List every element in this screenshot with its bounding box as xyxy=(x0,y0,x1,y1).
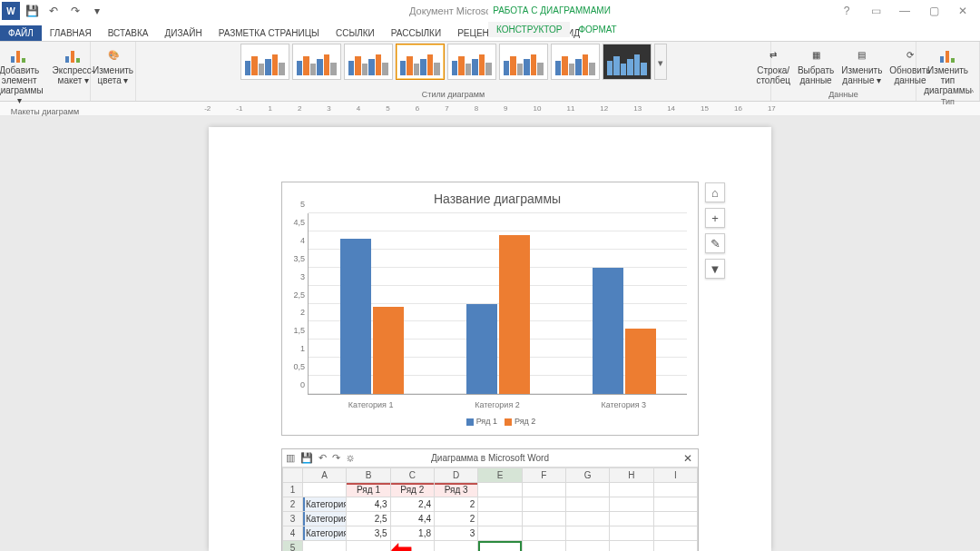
tab-layout[interactable]: РАЗМЕТКА СТРАНИЦЫ xyxy=(211,25,328,41)
chart-bar[interactable] xyxy=(625,329,656,394)
col-header[interactable]: A xyxy=(303,468,347,483)
tab-chart-format[interactable]: ФОРМАТ xyxy=(570,22,624,37)
redo-icon[interactable]: ↷ xyxy=(65,1,85,21)
grid-cell[interactable]: Категория 1 xyxy=(303,497,347,512)
grid-cell[interactable] xyxy=(565,512,609,526)
grid-cell[interactable] xyxy=(565,526,609,541)
col-header[interactable]: H xyxy=(610,468,653,483)
switch-row-col-button[interactable]: ⇄Строка/ столбец xyxy=(753,44,793,86)
chart-style-thumb[interactable] xyxy=(344,44,393,80)
chart-title[interactable]: Название диаграммы xyxy=(308,192,687,206)
chart-filters-button[interactable]: ▼ xyxy=(705,259,725,279)
change-colors-button[interactable]: 🎨Изменить цвета ▾ xyxy=(90,44,136,86)
grid-cell[interactable] xyxy=(303,483,347,497)
grid-cell[interactable] xyxy=(610,512,653,526)
close-icon[interactable]: ✕ xyxy=(949,5,976,17)
grid-cell[interactable] xyxy=(522,541,565,552)
save-icon[interactable]: 💾 xyxy=(22,1,42,21)
chart-style-thumb[interactable] xyxy=(447,44,496,80)
chart-bar[interactable] xyxy=(373,307,404,394)
grid-cell[interactable] xyxy=(478,497,522,512)
grid-cell[interactable]: 3 xyxy=(434,526,477,541)
chart-style-thumb[interactable] xyxy=(396,44,445,80)
minimize-icon[interactable]: — xyxy=(891,5,918,17)
chart-object[interactable]: Название диаграммы 00,511,522,533,544,55… xyxy=(281,182,699,436)
row-header[interactable]: 3 xyxy=(283,512,303,526)
row-header[interactable]: 1 xyxy=(283,483,303,497)
grid-cell[interactable]: Категория 2 xyxy=(303,512,347,526)
grid-cell[interactable] xyxy=(303,541,347,552)
grid-cell[interactable] xyxy=(610,526,653,541)
grid-cell[interactable]: Категория 3 xyxy=(303,526,347,541)
grid-cell[interactable] xyxy=(478,483,522,497)
grid-cell[interactable] xyxy=(565,541,609,552)
grid-cell[interactable] xyxy=(610,497,653,512)
grid-cell[interactable] xyxy=(653,483,697,497)
chart-styles-gallery[interactable]: ▾ xyxy=(240,44,667,80)
chart-styles-button[interactable]: ✎ xyxy=(705,233,725,253)
styles-more-button[interactable]: ▾ xyxy=(654,44,667,80)
grid-cell[interactable] xyxy=(610,541,653,552)
grid-cell[interactable]: 4,4 xyxy=(390,512,434,526)
grid-cell[interactable] xyxy=(565,483,609,497)
col-header[interactable]: D xyxy=(434,468,477,483)
col-header[interactable]: G xyxy=(565,468,609,483)
grid-cell[interactable]: 4,3 xyxy=(347,497,390,512)
sheet-redo-icon[interactable]: ↷ xyxy=(332,452,340,464)
data-grid[interactable]: ABCDEFGHI1Ряд 1Ряд 2Ряд 32Категория 14,3… xyxy=(282,467,698,551)
tab-references[interactable]: ССЫЛКИ xyxy=(328,25,383,41)
grid-cell[interactable] xyxy=(653,512,697,526)
edit-data-button[interactable]: ▤Изменить данные ▾ xyxy=(838,44,885,86)
sheet-undo-icon[interactable]: ↶ xyxy=(318,452,327,464)
add-chart-element-button[interactable]: Добавить элемент диаграммы ▾ xyxy=(0,44,46,106)
grid-cell[interactable] xyxy=(653,497,697,512)
row-header[interactable]: 5 xyxy=(283,541,303,552)
chart-bar[interactable] xyxy=(466,304,497,395)
grid-cell[interactable]: Ряд 3 xyxy=(434,483,477,497)
grid-cell[interactable] xyxy=(522,497,565,512)
sheet-close-button[interactable]: ✕ xyxy=(683,452,692,465)
grid-cell[interactable] xyxy=(522,526,565,541)
chart-elements-button[interactable]: + xyxy=(705,208,725,228)
grid-cell[interactable]: 3,5 xyxy=(347,526,390,541)
chart-style-thumb[interactable] xyxy=(551,44,600,80)
grid-cell[interactable] xyxy=(390,541,434,552)
chart-style-thumb[interactable] xyxy=(292,44,341,80)
chart-style-thumb[interactable] xyxy=(603,44,652,80)
horizontal-ruler[interactable]: -2-11234567891011121314151617 xyxy=(0,102,980,116)
tab-design[interactable]: ДИЗАЙН xyxy=(157,25,211,41)
grid-cell[interactable] xyxy=(565,497,609,512)
chart-style-thumb[interactable] xyxy=(240,44,289,80)
collapse-ribbon-icon[interactable]: ˄ xyxy=(970,89,975,99)
qat-more-icon[interactable]: ▾ xyxy=(87,1,107,21)
tab-mailings[interactable]: РАССЫЛКИ xyxy=(383,25,449,41)
chart-plot-area[interactable]: 00,511,522,533,544,55 xyxy=(308,213,687,395)
chart-bar[interactable] xyxy=(593,268,623,394)
tab-home[interactable]: ГЛАВНАЯ xyxy=(42,25,100,41)
grid-cell[interactable]: 2 xyxy=(434,497,477,512)
help-icon[interactable]: ? xyxy=(833,5,860,17)
col-header[interactable]: B xyxy=(347,468,390,483)
sheet-save-icon[interactable]: 💾 xyxy=(300,452,313,464)
tab-file[interactable]: ФАЙЛ xyxy=(0,25,42,41)
chart-style-thumb[interactable] xyxy=(499,44,548,80)
grid-cell[interactable] xyxy=(434,541,477,552)
col-header[interactable]: F xyxy=(522,468,565,483)
col-header[interactable] xyxy=(283,468,303,483)
chart-legend[interactable]: Ряд 1Ряд 2 xyxy=(308,417,687,426)
grid-cell[interactable] xyxy=(653,541,697,552)
grid-cell[interactable] xyxy=(347,541,390,552)
grid-cell[interactable] xyxy=(522,512,565,526)
grid-cell[interactable] xyxy=(610,483,653,497)
grid-cell[interactable] xyxy=(522,483,565,497)
grid-cell[interactable] xyxy=(653,526,697,541)
grid-cell[interactable]: 2,4 xyxy=(390,497,434,512)
col-header[interactable]: I xyxy=(653,468,697,483)
select-data-button[interactable]: ▦Выбрать данные xyxy=(795,44,837,86)
col-header[interactable]: C xyxy=(390,468,434,483)
chart-bar[interactable] xyxy=(340,239,371,394)
grid-cell[interactable] xyxy=(478,541,522,552)
grid-cell[interactable]: Ряд 1 xyxy=(347,483,390,497)
change-chart-type-button[interactable]: Изменить тип диаграммы xyxy=(921,44,975,96)
chart-layout-options-button[interactable]: ⌂ xyxy=(705,182,725,202)
